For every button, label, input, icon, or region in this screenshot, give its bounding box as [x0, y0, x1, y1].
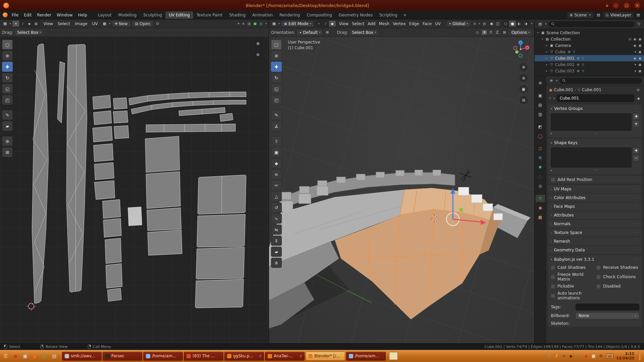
viewport-canvas[interactable]	[269, 37, 534, 343]
breadcrumb-data[interactable]: Cube.001	[582, 87, 601, 92]
babylon-checkbox[interactable]: Cast Shadows	[551, 265, 594, 270]
disclosure-icon[interactable]: ▸	[544, 50, 549, 53]
shape-keys-list[interactable]	[551, 147, 632, 168]
workspace-tab[interactable]: Sculpting	[140, 11, 165, 19]
add-shape-key-button[interactable]: ✚	[633, 147, 639, 154]
uv-select-mode-button[interactable]: ∙	[12, 21, 19, 26]
disclosure-icon[interactable]: ▸	[551, 169, 552, 172]
viewport-menu-item[interactable]: Vertex	[391, 21, 408, 27]
workspace-tab[interactable]: Modeling	[115, 11, 140, 19]
vertex-groups-panel-header[interactable]: ▾ Vertex Groups ····	[548, 105, 642, 113]
add-vertex-group-button[interactable]: ✚	[633, 113, 639, 120]
snap-magnet-icon[interactable]: ∩	[472, 21, 477, 26]
workspace-tab[interactable]: Rendering	[276, 11, 303, 19]
tool-button[interactable]: ⊕	[271, 51, 282, 61]
uv-header-toggle-icon[interactable]: ◎	[246, 21, 252, 26]
tool-button[interactable]: ▢	[2, 40, 13, 50]
close-button[interactable]: ✕	[634, 2, 641, 9]
collapsed-panel[interactable]: › Attributes ····	[548, 211, 642, 219]
viewport-nav-icon[interactable]: ⊞	[520, 96, 528, 104]
uv-nav-icon[interactable]: ⊕	[254, 40, 262, 48]
checkbox[interactable]	[596, 275, 601, 279]
viewport-menu-item[interactable]: UV	[433, 21, 442, 27]
mirror-axis-button[interactable]: Y	[488, 30, 494, 35]
tool-button[interactable]: ↻	[2, 73, 13, 83]
task-button[interactable]: Blender* [/...	[306, 352, 345, 361]
remove-shape-key-button[interactable]: −	[633, 155, 639, 161]
menubar-menu[interactable]: Window	[54, 12, 75, 18]
workspace-tab[interactable]: UV Editing	[165, 11, 193, 19]
properties-tab-icon[interactable]: ◌	[536, 173, 545, 180]
tool-button[interactable]: ◆	[271, 158, 282, 168]
panel-grip-icon[interactable]: ····	[634, 222, 639, 226]
babylon-checkbox[interactable]: Disabled	[596, 284, 639, 289]
fake-user-shield-icon[interactable]: ◈	[636, 96, 641, 101]
checkbox[interactable]	[551, 284, 555, 289]
task-button[interactable]: (83) The ...	[184, 352, 223, 361]
overlay-toggle-icon[interactable]: ◫	[495, 21, 501, 26]
vertex-group-specials-button[interactable]: ▾	[633, 121, 639, 127]
launcher-icon[interactable]: ▤	[50, 352, 59, 360]
launcher-icon[interactable]: ☰	[1, 352, 10, 360]
outliner-search-input[interactable]	[548, 21, 634, 27]
maximize-button[interactable]: ▢	[623, 2, 630, 9]
panel-grip-icon[interactable]: ····	[634, 240, 639, 243]
new-viewlayer-button[interactable]: ▤	[635, 12, 641, 18]
tray-icon[interactable]: ◆	[584, 354, 588, 359]
uv-select-mode-button[interactable]: ▪	[26, 21, 33, 26]
viewport-menu-item[interactable]: Select	[350, 21, 366, 27]
uv-canvas[interactable]	[0, 37, 269, 343]
menubar-menu[interactable]: Render	[34, 12, 54, 18]
overlay-toggle-icon[interactable]: ◉	[489, 21, 495, 26]
task-button[interactable]: /home/am...	[346, 352, 386, 361]
tool-button[interactable]: ⇆	[271, 225, 282, 235]
tool-button[interactable]: ▣	[271, 147, 282, 157]
viewport-nav-icon[interactable]: ▣	[520, 85, 528, 93]
uv-select-mode-button[interactable]: ∕	[19, 21, 26, 26]
properties-tab-icon[interactable]: ▩	[536, 214, 545, 221]
add-rest-position-checkbox[interactable]: Add Rest Position	[551, 177, 592, 182]
babylon-checkbox[interactable]: Pickable	[551, 284, 594, 289]
menubar-menu[interactable]: File	[9, 12, 21, 18]
tool-button[interactable]: ◰	[2, 95, 13, 105]
outliner-visibility-icons[interactable]: ☑ ◉ ▣	[629, 38, 642, 41]
proportional-editing-icon[interactable]: ◎	[481, 21, 487, 26]
properties-tab-icon[interactable]: ⚙	[536, 154, 545, 162]
launcher-icon[interactable]: ●	[11, 352, 20, 360]
navigation-gizmo[interactable]: Z X	[511, 40, 530, 59]
uv-menu-item[interactable]: View	[41, 21, 55, 27]
workspace-tab[interactable]: Layout	[95, 11, 115, 19]
viewport-drag-dropdown[interactable]: Select Box ▾	[350, 29, 379, 36]
outliner-row[interactable]: ▸ ▣ Camera ◉ ▣	[535, 42, 644, 49]
outliner-row[interactable]: ▸ ▽ Cube.003 ⚙ ▽ ▾ ▣	[535, 68, 644, 74]
launcher-icon[interactable]: ◗	[31, 352, 39, 360]
window-menu-icon[interactable]: ◆	[606, 3, 608, 8]
tool-button[interactable]: ⇕	[271, 236, 282, 246]
mesh-select-mode-button[interactable]: ▪	[329, 21, 336, 26]
disclosure-icon[interactable]: ▾	[536, 31, 540, 34]
menubar-menu[interactable]: Help	[75, 12, 90, 18]
disclosure-icon[interactable]: ▸	[544, 69, 549, 72]
babylon-panel-header[interactable]: ▾ Babylon.js ver 3.3.1 ····	[548, 255, 642, 263]
tool-button[interactable]: ▰	[2, 121, 13, 131]
disclosure-icon[interactable]: ▸	[544, 63, 549, 66]
panel-grip-icon[interactable]: ····	[634, 141, 639, 144]
workspace-tab[interactable]: Scripting	[376, 11, 400, 19]
mirror-axis-button[interactable]: X	[481, 30, 487, 35]
panel-grip-icon[interactable]: ····	[634, 196, 639, 199]
panel-grip-icon[interactable]: ····	[634, 107, 639, 110]
task-button[interactable]: ggSku.p... ♪	[224, 352, 264, 361]
checkbox[interactable]	[596, 284, 601, 289]
tags-input[interactable]	[576, 304, 639, 310]
mesh-select-mode-button[interactable]: ∕	[322, 21, 329, 26]
tool-button[interactable]: ✎	[2, 110, 13, 120]
properties-tab-icon[interactable]: ◻	[536, 145, 545, 152]
filter-icon[interactable]: ▽	[636, 21, 642, 27]
properties-tab-icon[interactable]: ▤	[536, 101, 545, 109]
menubar-menu[interactable]: Edit	[21, 12, 34, 18]
launcher-icon[interactable]: ▣	[21, 352, 30, 360]
task-button[interactable]: smb://awv...	[62, 352, 102, 361]
properties-tab-icon[interactable]: ◎	[536, 182, 545, 190]
panel-grip-icon[interactable]: ····	[634, 205, 639, 208]
properties-tab-icon[interactable]: ▣	[536, 92, 545, 99]
